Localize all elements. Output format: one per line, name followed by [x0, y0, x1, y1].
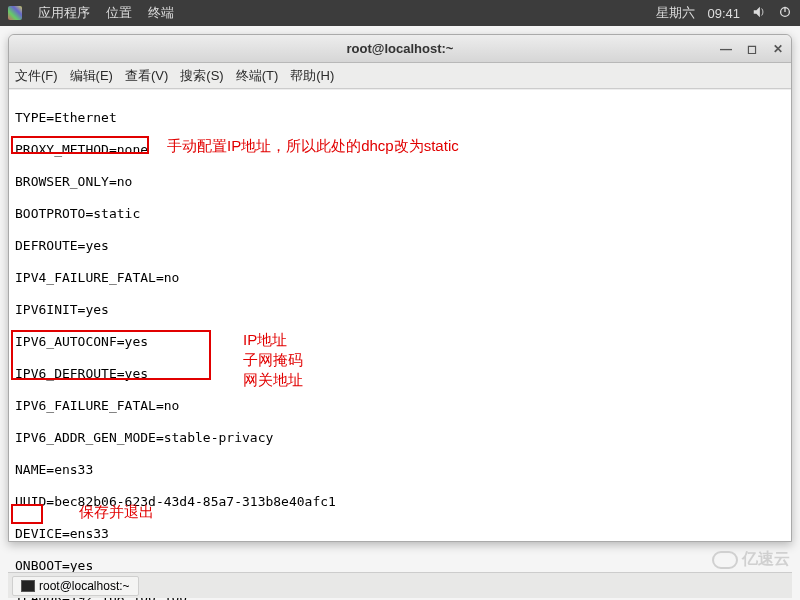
taskbar-terminal-item[interactable]: root@localhost:~: [12, 576, 139, 596]
menubar: 文件(F) 编辑(E) 查看(V) 搜索(S) 终端(T) 帮助(H): [9, 63, 791, 89]
menu-help[interactable]: 帮助(H): [290, 67, 334, 85]
minimize-button[interactable]: —: [719, 42, 733, 56]
cfg-line: IPV6_AUTOCONF=yes: [15, 334, 785, 350]
menu-search[interactable]: 搜索(S): [180, 67, 223, 85]
terminal-window: root@localhost:~ — ◻ ✕ 文件(F) 编辑(E) 查看(V)…: [8, 34, 792, 542]
power-icon[interactable]: [778, 5, 792, 22]
cfg-line: DEFROUTE=yes: [15, 238, 785, 254]
cfg-line: TYPE=Ethernet: [15, 110, 785, 126]
panel-day: 星期六: [656, 4, 695, 22]
watermark-text: 亿速云: [742, 549, 790, 570]
menu-terminal[interactable]: 终端(T): [236, 67, 279, 85]
cfg-line: IPV6INIT=yes: [15, 302, 785, 318]
taskbar: root@localhost:~: [8, 572, 792, 598]
cfg-line: IPV6_DEFROUTE=yes: [15, 366, 785, 382]
titlebar[interactable]: root@localhost:~ — ◻ ✕: [9, 35, 791, 63]
cfg-line: IPV4_FAILURE_FATAL=no: [15, 270, 785, 286]
menu-view[interactable]: 查看(V): [125, 67, 168, 85]
panel-terminal[interactable]: 终端: [148, 4, 174, 22]
watermark: 亿速云: [712, 549, 790, 570]
terminal-icon: [21, 580, 35, 592]
maximize-button[interactable]: ◻: [745, 42, 759, 56]
cloud-icon: [712, 551, 738, 569]
cfg-line: PROXY_METHOD=none: [15, 142, 785, 158]
menu-edit[interactable]: 编辑(E): [70, 67, 113, 85]
cfg-line: UUID=bec82b06-623d-43d4-85a7-313b8e40afc…: [15, 494, 785, 510]
top-panel-right: 星期六 09:41: [656, 4, 792, 22]
cfg-line: NAME=ens33: [15, 462, 785, 478]
panel-places[interactable]: 位置: [106, 4, 132, 22]
cfg-line: IPV6_ADDR_GEN_MODE=stable-privacy: [15, 430, 785, 446]
volume-icon[interactable]: [752, 5, 766, 22]
terminal-content[interactable]: TYPE=Ethernet PROXY_METHOD=none BROWSER_…: [9, 89, 791, 541]
top-panel-left: 应用程序 位置 终端: [8, 4, 174, 22]
cfg-line: IPV6_FAILURE_FATAL=no: [15, 398, 785, 414]
panel-applications[interactable]: 应用程序: [38, 4, 90, 22]
distro-icon: [8, 6, 22, 20]
cfg-line: BOOTPROTO=static: [15, 206, 785, 222]
cfg-line: BROWSER_ONLY=no: [15, 174, 785, 190]
top-panel: 应用程序 位置 终端 星期六 09:41: [0, 0, 800, 26]
taskbar-item-label: root@localhost:~: [39, 579, 130, 593]
cfg-line: DEVICE=ens33: [15, 526, 785, 542]
window-title: root@localhost:~: [9, 41, 791, 56]
menu-file[interactable]: 文件(F): [15, 67, 58, 85]
panel-time: 09:41: [707, 6, 740, 21]
close-button[interactable]: ✕: [771, 42, 785, 56]
window-controls: — ◻ ✕: [719, 42, 785, 56]
